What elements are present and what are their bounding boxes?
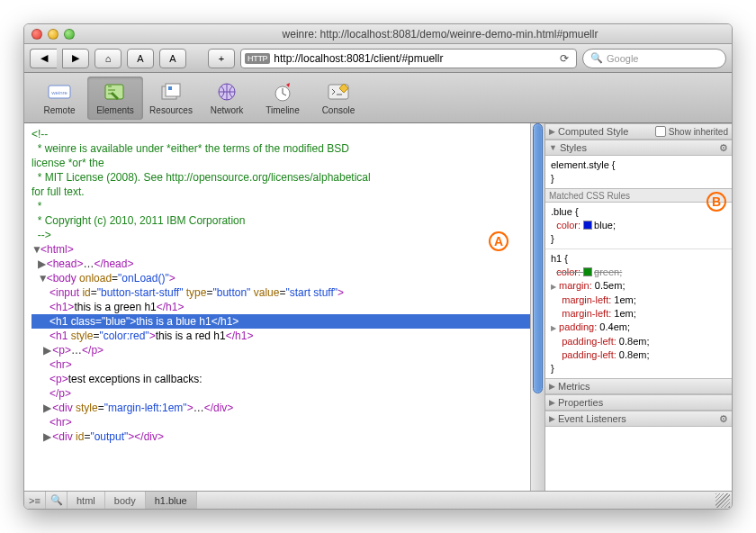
minimize-button[interactable] (48, 29, 58, 40)
annotation-b: B (706, 192, 726, 212)
search-icon[interactable]: 🔍 (46, 492, 68, 510)
disclosure-icon: ▶ (549, 398, 555, 407)
home-button[interactable]: ⌂ (94, 49, 122, 68)
code-line[interactable]: </p> (32, 386, 530, 401)
code-line[interactable]: ▼<html> (32, 242, 530, 257)
code-line[interactable]: ▶<div style="margin-left:1em">…</div> (32, 401, 530, 415)
traffic-lights (32, 29, 75, 40)
url-text: http://localhost:8081/client/#pmuellr (274, 52, 443, 65)
code-line[interactable]: <hr> (32, 415, 530, 429)
code-line[interactable]: * Copyright (c) 2010, 2011 IBM Corporati… (32, 213, 530, 228)
breadcrumb-h1[interactable]: h1.blue (146, 492, 197, 510)
event-listeners-header[interactable]: ▶ Event Listeners ⚙ (545, 411, 732, 427)
breadcrumb-html[interactable]: html (68, 492, 105, 510)
scrollbar[interactable] (530, 123, 544, 491)
code-line[interactable]: <input id="button-start-stuff" type="but… (32, 285, 530, 300)
timeline-icon (269, 80, 296, 104)
elements-tree[interactable]: <!-- * weinre is available under *either… (24, 123, 530, 491)
tool-network[interactable]: Network (199, 77, 255, 120)
url-input[interactable]: HTTP http://localhost:8081/client/#pmuel… (240, 49, 577, 68)
rule-h1[interactable]: h1 { color: green; ▶ margin: 0.5em; marg… (545, 248, 732, 378)
tool-console[interactable]: Console (310, 77, 366, 120)
gear-icon[interactable]: ⚙ (719, 413, 728, 425)
gear-icon[interactable]: ⚙ (719, 142, 728, 154)
code-line[interactable]: * weinre is available under *either* the… (32, 141, 530, 156)
resources-icon (158, 80, 184, 104)
styles-pane: ▶ Computed Style Show inherited ▼ Styles… (544, 123, 732, 491)
search-input[interactable]: 🔍 Google (582, 49, 726, 68)
disclosure-icon: ▶ (549, 382, 555, 391)
code-line[interactable]: <h1>this is a green h1</h1> (32, 300, 530, 314)
zoom-button[interactable] (64, 29, 75, 40)
code-line[interactable]: license *or* the (32, 156, 530, 170)
devtools-toolbar: weinre Remote Elements Resources Network (24, 73, 732, 123)
http-badge: HTTP (245, 53, 270, 64)
tool-elements[interactable]: Elements (87, 77, 143, 120)
content: <!-- * weinre is available under *either… (24, 123, 732, 491)
code-line[interactable]: ▶<p>…</p> (32, 343, 530, 357)
scroll-thumb[interactable] (533, 123, 543, 393)
code-line[interactable]: ▶<head>…</head> (32, 257, 530, 271)
disclosure-icon: ▼ (549, 143, 557, 152)
console-icon (325, 80, 352, 104)
code-line[interactable]: <!-- (32, 127, 530, 141)
annotation-a: A (489, 231, 508, 251)
code-line[interactable]: <p>test exceptions in callbacks: (32, 372, 530, 386)
code-line[interactable]: <hr> (32, 357, 530, 372)
breadcrumb-body[interactable]: body (105, 492, 146, 510)
element-style-block[interactable]: element.style { } (545, 156, 732, 188)
computed-style-header[interactable]: ▶ Computed Style Show inherited (545, 123, 732, 140)
forward-button[interactable]: ▶ (62, 49, 89, 68)
matched-rules-header: Matched CSS Rules (545, 188, 732, 203)
properties-header[interactable]: ▶ Properties (545, 394, 732, 411)
window-title: weinre: http://localhost:8081/demo/weinr… (156, 28, 724, 41)
styles-header[interactable]: ▼ Styles ⚙ (545, 140, 732, 156)
network-icon (213, 80, 240, 104)
metrics-header[interactable]: ▶ Metrics (545, 378, 732, 394)
resize-handle[interactable] (716, 493, 730, 508)
checkbox-icon (655, 126, 666, 137)
code-line[interactable]: ▼<body onload="onLoad()"> (32, 271, 530, 285)
elements-icon (102, 80, 129, 104)
search-placeholder: Google (607, 53, 638, 64)
console-toggle-icon[interactable]: >≡ (24, 492, 46, 510)
search-icon: 🔍 (590, 52, 603, 64)
svg-rect-5 (168, 86, 172, 90)
code-line[interactable]: <h1 style="color:red">this is a red h1</… (32, 329, 530, 343)
footer: >≡ 🔍 html body h1.blue (24, 491, 732, 509)
color-swatch-icon (583, 221, 592, 230)
rule-blue[interactable]: .blue { color: blue; } (545, 203, 732, 248)
disclosure-icon: ▶ (549, 414, 555, 423)
remote-icon: weinre (46, 80, 73, 104)
tool-timeline[interactable]: Timeline (255, 77, 310, 120)
tool-resources[interactable]: Resources (143, 77, 199, 120)
svg-text:weinre: weinre (50, 90, 68, 95)
code-line[interactable]: for full text. (32, 185, 530, 199)
titlebar: weinre: http://localhost:8081/demo/weinr… (24, 24, 732, 44)
browser-window: weinre: http://localhost:8081/demo/weinr… (23, 23, 733, 510)
code-line[interactable]: ▶<div id="output"></div> (32, 429, 530, 444)
back-button[interactable]: ◀ (30, 49, 57, 68)
text-larger-button[interactable]: A (159, 49, 186, 68)
code-line-selected[interactable]: <h1 class="blue">this is a blue h1</h1> (32, 314, 530, 329)
color-swatch-icon (583, 267, 592, 276)
show-inherited-checkbox[interactable]: Show inherited (655, 126, 728, 137)
tool-remote[interactable]: weinre Remote (32, 77, 87, 120)
text-smaller-button[interactable]: A (127, 49, 154, 68)
reload-icon[interactable]: ⟳ (556, 50, 572, 67)
add-bookmark-button[interactable]: + (208, 49, 235, 68)
code-line[interactable]: * MIT License (2008). See http://opensou… (32, 170, 530, 185)
disclosure-icon: ▶ (549, 127, 555, 136)
svg-rect-4 (166, 84, 180, 96)
navbar: ◀ ▶ ⌂ A A + HTTP http://localhost:8081/c… (24, 44, 732, 73)
close-button[interactable] (32, 29, 42, 40)
code-line[interactable]: --> (32, 228, 530, 242)
code-line[interactable]: * (32, 199, 530, 213)
